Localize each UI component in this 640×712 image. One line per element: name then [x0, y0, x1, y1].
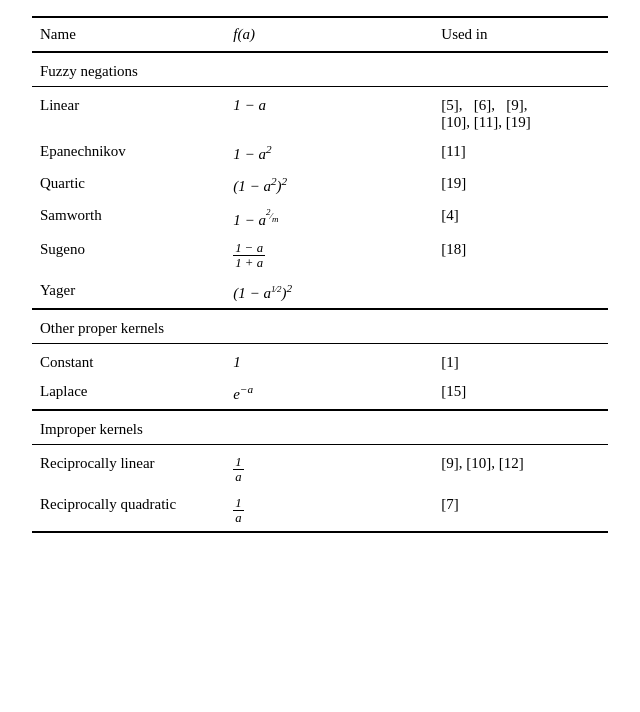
row-name: Reciprocally quadratic [32, 490, 225, 532]
row-formula: 1 − a2 [225, 137, 433, 169]
row-used: [1] [433, 344, 608, 377]
table-row: Constant1[1] [32, 344, 608, 377]
main-table: Name f(a) Used in Fuzzy negationsLinear1… [32, 16, 608, 533]
row-formula: 1 − a1 + a [225, 235, 433, 276]
row-name: Sugeno [32, 235, 225, 276]
row-name: Linear [32, 87, 225, 137]
row-formula: e−a [225, 377, 433, 410]
col-header-used: Used in [433, 17, 608, 52]
row-name: Constant [32, 344, 225, 377]
section-row: Fuzzy negations [32, 52, 608, 87]
col-header-fa: f(a) [225, 17, 433, 52]
table-row: Yager(1 − a1⁄2)2 [32, 276, 608, 309]
row-name: Quartic [32, 169, 225, 201]
row-name: Samworth [32, 201, 225, 235]
row-used: [18] [433, 235, 608, 276]
row-used: [15] [433, 377, 608, 410]
row-formula: (1 − a2)2 [225, 169, 433, 201]
row-formula: 1a [225, 490, 433, 532]
section-title: Other proper kernels [32, 309, 608, 344]
row-used: [9], [10], [12] [433, 445, 608, 490]
row-name: Reciprocally linear [32, 445, 225, 490]
table-row: Reciprocally quadratic1a[7] [32, 490, 608, 532]
table-row: Sugeno1 − a1 + a[18] [32, 235, 608, 276]
table-row: Quartic(1 − a2)2[19] [32, 169, 608, 201]
table-row: Reciprocally linear1a[9], [10], [12] [32, 445, 608, 490]
row-formula: (1 − a1⁄2)2 [225, 276, 433, 309]
row-used: [11] [433, 137, 608, 169]
row-name: Yager [32, 276, 225, 309]
row-formula: 1 [225, 344, 433, 377]
table-row: Epanechnikov1 − a2[11] [32, 137, 608, 169]
row-used: [19] [433, 169, 608, 201]
row-formula: 1a [225, 445, 433, 490]
row-used: [7] [433, 490, 608, 532]
row-formula: 1 − a2⁄m [225, 201, 433, 235]
col-header-name: Name [32, 17, 225, 52]
row-used: [4] [433, 201, 608, 235]
table-row: Linear1 − a[5], [6], [9],[10], [11], [19… [32, 87, 608, 137]
table-row: Samworth1 − a2⁄m[4] [32, 201, 608, 235]
row-used: [5], [6], [9],[10], [11], [19] [433, 87, 608, 137]
row-formula: 1 − a [225, 87, 433, 137]
table-row: Laplacee−a[15] [32, 377, 608, 410]
row-name: Epanechnikov [32, 137, 225, 169]
section-row: Improper kernels [32, 410, 608, 445]
section-title: Fuzzy negations [32, 52, 608, 87]
section-title: Improper kernels [32, 410, 608, 445]
section-row: Other proper kernels [32, 309, 608, 344]
row-used [433, 276, 608, 309]
row-name: Laplace [32, 377, 225, 410]
table-header: Name f(a) Used in [32, 17, 608, 52]
